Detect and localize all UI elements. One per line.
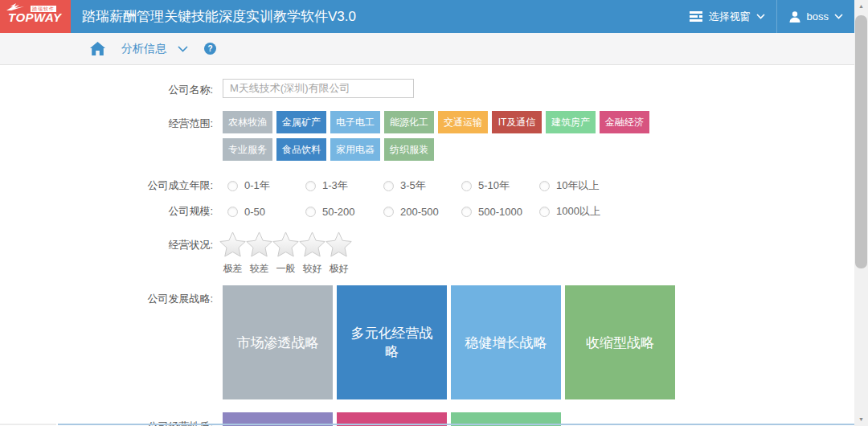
scope-tag[interactable]: 建筑房产	[546, 111, 596, 133]
radio-icon[interactable]	[305, 207, 316, 217]
strategy-options: 市场渗透战略 多元化经营战略 稳健增长战略 收缩型战略	[223, 285, 679, 399]
rating-label: 较好	[299, 262, 326, 276]
form-content: 公司名称: 经营范围: 农林牧渔 金属矿产 电子电工 能源化工 交通运输 IT及…	[0, 65, 854, 426]
radio-age-1-3[interactable]: 1-3年	[305, 178, 383, 193]
business-scope-label: 经营范围:	[0, 111, 213, 131]
strategy-option-market-penetration[interactable]: 市场渗透战略	[223, 285, 333, 399]
radio-icon[interactable]	[227, 181, 238, 191]
radio-age-0-1[interactable]: 0-1年	[227, 178, 305, 193]
next-section-top-edge	[58, 424, 854, 425]
star-rating-labels: 极差 较差 一般 较好 极好	[219, 262, 352, 276]
help-icon[interactable]: ?	[204, 43, 216, 55]
view-selector-dropdown[interactable]: 选择视窗	[678, 0, 776, 33]
strategy-option-steady-growth[interactable]: 稳健增长战略	[451, 285, 561, 399]
star-rating	[219, 231, 352, 260]
star-icon[interactable]	[246, 231, 272, 260]
scroll-up-arrow[interactable]: ▲	[854, 0, 868, 13]
radio-icon[interactable]	[305, 181, 316, 191]
scope-tag[interactable]: 食品饮料	[276, 138, 326, 161]
company-size-row: 公司规模: 0-50 50-200 200-500 500-1000 1000以…	[0, 204, 854, 219]
scope-tag-row-2: 专业服务 食品饮料 家用电器 纺织服装	[223, 138, 653, 161]
radio-icon[interactable]	[539, 181, 550, 191]
scope-tag[interactable]: 纺织服装	[384, 138, 434, 161]
company-age-options: 0-1年 1-3年 3-5年 5-10年 10年以上	[227, 178, 617, 193]
logo-brand: TOPWAY	[8, 10, 62, 24]
user-icon	[788, 10, 801, 23]
home-icon[interactable]	[90, 42, 105, 55]
username-label: boss	[807, 10, 829, 23]
company-size-label: 公司规模:	[0, 204, 213, 219]
scope-tag[interactable]: 金属矿产	[276, 111, 326, 133]
vertical-scrollbar[interactable]: ▲ ▼	[854, 0, 868, 426]
rating-label: 极差	[219, 262, 246, 276]
radio-icon[interactable]	[461, 181, 472, 191]
nav-menu-analysis-info[interactable]: 分析信息	[121, 42, 166, 56]
chevron-down-icon[interactable]	[178, 46, 188, 52]
scope-tag-row-1: 农林牧渔 金属矿产 电子电工 能源化工 交通运输 IT及通信 建筑房产 金融经济	[223, 111, 653, 133]
radio-age-3-5[interactable]: 3-5年	[383, 178, 461, 193]
radio-icon[interactable]	[383, 207, 394, 217]
company-age-row: 公司成立年限: 0-1年 1-3年 3-5年 5-10年 10年以上	[0, 178, 854, 193]
strategy-option-diversification[interactable]: 多元化经营战略	[337, 285, 447, 399]
app-header: 踏瑞软件 TOPWAY 踏瑞薪酬管理关键技能深度实训教学软件V3.0 选择视窗 …	[0, 0, 854, 33]
radio-size-1000plus[interactable]: 1000以上	[539, 204, 617, 219]
company-name-label: 公司名称:	[0, 79, 213, 97]
development-strategy-row: 公司发展战略: 市场渗透战略 多元化经营战略 稳健增长战略 收缩型战略	[0, 285, 854, 399]
scroll-down-arrow[interactable]: ▼	[854, 413, 868, 426]
radio-size-50-200[interactable]: 50-200	[305, 204, 383, 219]
star-icon[interactable]	[299, 231, 326, 260]
strategy-option-retrenchment[interactable]: 收缩型战略	[565, 285, 675, 399]
radio-icon[interactable]	[383, 181, 394, 191]
operating-status-row: 经营状况: 极差 较差 一般 较好 极好	[0, 231, 854, 276]
window-list-icon	[689, 11, 703, 22]
scope-tag[interactable]: 交通运输	[438, 111, 488, 133]
radio-size-200-500[interactable]: 200-500	[383, 204, 461, 219]
radio-age-5-10[interactable]: 5-10年	[461, 178, 539, 193]
radio-size-0-50[interactable]: 0-50	[227, 204, 305, 219]
operating-status-label: 经营状况:	[0, 231, 213, 252]
radio-size-500-1000[interactable]: 500-1000	[461, 204, 539, 219]
view-selector-label: 选择视窗	[709, 10, 751, 24]
star-icon[interactable]	[272, 231, 299, 260]
radio-icon[interactable]	[461, 207, 472, 217]
star-icon[interactable]	[219, 231, 246, 260]
radio-icon[interactable]	[539, 207, 550, 217]
company-size-options: 0-50 50-200 200-500 500-1000 1000以上	[227, 204, 617, 219]
radio-icon[interactable]	[227, 207, 238, 217]
scrollbar-thumb[interactable]	[855, 15, 867, 268]
scope-tag[interactable]: 金融经济	[600, 111, 649, 133]
radio-age-10plus[interactable]: 10年以上	[539, 178, 617, 193]
app-title: 踏瑞薪酬管理关键技能深度实训教学软件V3.0	[82, 7, 356, 26]
star-icon[interactable]	[326, 231, 352, 260]
scope-tag[interactable]: 农林牧渔	[223, 111, 272, 133]
company-name-input[interactable]	[223, 79, 414, 98]
rating-label: 一般	[272, 262, 299, 276]
rating-label: 极好	[326, 262, 352, 276]
scope-tag[interactable]: 电子电工	[330, 111, 380, 133]
scope-tag[interactable]: 家用电器	[330, 138, 380, 161]
company-name-row: 公司名称:	[0, 79, 854, 98]
business-scope-row: 经营范围: 农林牧渔 金属矿产 电子电工 能源化工 交通运输 IT及通信 建筑房…	[0, 111, 854, 161]
development-strategy-label: 公司发展战略:	[0, 285, 213, 306]
scope-tag[interactable]: 能源化工	[384, 111, 434, 133]
user-menu-dropdown[interactable]: boss	[777, 0, 854, 33]
scope-tag[interactable]: 专业服务	[223, 138, 272, 161]
topway-logo[interactable]: 踏瑞软件 TOPWAY	[0, 0, 71, 33]
chevron-down-icon	[834, 14, 843, 19]
header-right: 选择视窗 boss	[678, 0, 854, 33]
breadcrumb-navbar: 分析信息 ?	[0, 33, 854, 65]
company-age-label: 公司成立年限:	[0, 178, 213, 193]
chevron-down-icon	[756, 14, 765, 19]
rating-label: 较差	[246, 262, 272, 276]
scope-tag[interactable]: IT及通信	[492, 111, 542, 133]
bottom-edge-strip	[0, 424, 56, 425]
